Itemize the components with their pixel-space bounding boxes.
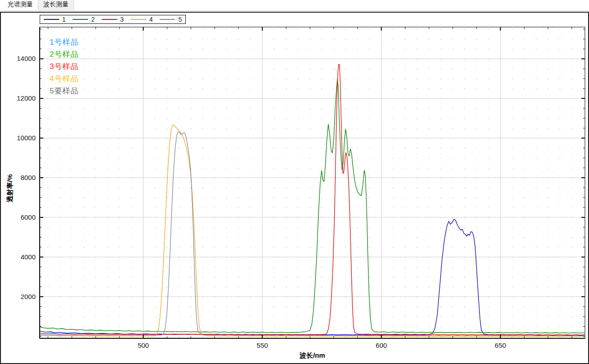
tab-wavelength-measurement[interactable]: 波长测量: [38, 0, 74, 10]
series-lines: [40, 64, 584, 336]
x-axis-title: 波长/nm: [40, 351, 585, 360]
tab-spectrum-measurement[interactable]: 光谱测量: [3, 0, 38, 10]
grid-dots: [48, 29, 584, 338]
sample-label-3: 3号样品: [50, 62, 78, 72]
x-tick-label: 550: [257, 341, 268, 349]
sample-label-2: 2号样品: [50, 50, 78, 60]
chart-panel: 5005506006502000400060008000100001200014…: [0, 12, 589, 364]
legend-item-label: 1: [62, 16, 66, 23]
axis-frame: [39, 27, 585, 338]
grid-major: [40, 27, 585, 338]
axis-ticks: [40, 27, 585, 338]
sample-label-5: 5要样品: [50, 86, 78, 96]
legend-line-swatch: [160, 19, 175, 20]
legend-line-swatch: [44, 19, 59, 20]
sample-label-1: 1号样品: [50, 37, 78, 47]
legend-item-label: 5: [178, 16, 182, 23]
y-tick-label: 2000: [21, 293, 36, 300]
y-tick-label: 14000: [17, 55, 36, 62]
legend-item-2: 2: [69, 15, 98, 23]
tick-labels: 5005506006502000400060008000100001200014…: [17, 55, 506, 349]
series-line-2: [40, 80, 584, 333]
legend-item-4: 4: [127, 15, 156, 23]
sample-label-4: 4号样品: [50, 74, 78, 84]
legend-line-swatch: [131, 19, 146, 20]
x-tick-label: 650: [495, 341, 506, 349]
legend-item-label: 3: [120, 16, 124, 23]
y-tick-label: 10000: [17, 134, 36, 142]
series-line-5: [40, 132, 584, 336]
y-tick-label: 8000: [21, 174, 36, 181]
y-tick-label: 12000: [17, 94, 36, 102]
x-tick-label: 500: [138, 341, 149, 349]
legend-item-label: 2: [91, 16, 95, 23]
x-tick-label: 600: [376, 341, 387, 349]
legend-item-5: 5: [156, 15, 185, 23]
y-tick-label: 4000: [21, 253, 36, 261]
series-line-4: [40, 124, 584, 336]
series-line-1: [40, 219, 584, 335]
app-window: 光谱测量 波长测量 500550600650200040006000800010…: [0, 0, 589, 364]
y-axis-title: 透射率/%: [6, 173, 14, 204]
legend-item-3: 3: [98, 15, 127, 23]
series-line-3: [40, 64, 584, 335]
chart-legend: 12345: [40, 15, 186, 24]
legend-line-swatch: [102, 19, 117, 20]
legend-item-label: 4: [149, 16, 153, 23]
legend-line-swatch: [73, 19, 88, 20]
y-tick-label: 6000: [21, 213, 36, 221]
spectrum-chart: 5005506006502000400060008000100001200014…: [1, 13, 588, 363]
legend-item-1: 1: [40, 15, 69, 23]
tab-bar: 光谱测量 波长测量: [0, 0, 589, 11]
